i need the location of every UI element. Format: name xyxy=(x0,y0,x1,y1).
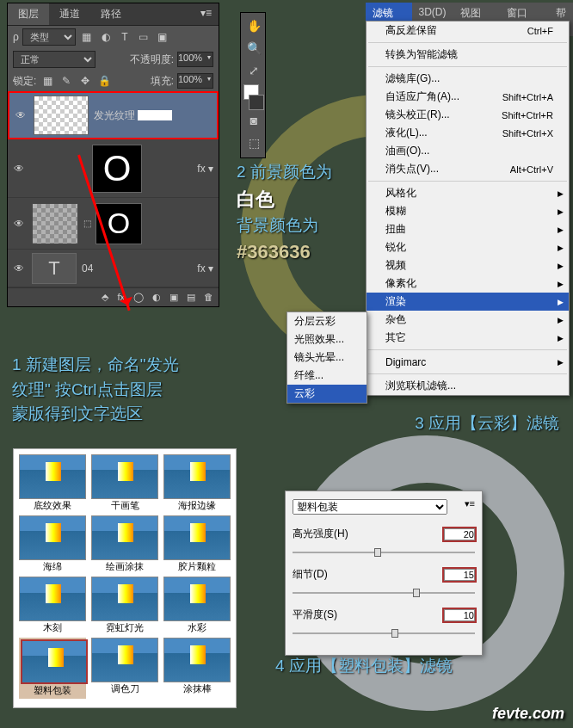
visibility-icon[interactable]: 👁 xyxy=(8,262,30,275)
menu-item[interactable]: 渲染▶ xyxy=(367,293,569,311)
menu-item[interactable]: 像素化▶ xyxy=(367,275,569,293)
gallery-item[interactable]: 胶片颗粒 xyxy=(163,515,231,573)
menu-item[interactable]: 滤镜库(G)... xyxy=(367,70,569,88)
lock-all-icon[interactable]: 🔒 xyxy=(96,73,112,89)
menu-item[interactable]: 油画(O)... xyxy=(367,142,569,160)
tab-layers[interactable]: 图层 xyxy=(8,3,49,25)
fill-label: 填充: xyxy=(151,74,174,89)
menu-item[interactable]: 转换为智能滤镜 xyxy=(367,46,569,64)
menu-item[interactable]: 视频▶ xyxy=(367,256,569,275)
menu-item[interactable]: 镜头校正(R)...Shift+Ctrl+R xyxy=(367,106,569,124)
param-slider[interactable] xyxy=(293,627,475,639)
background-swatch[interactable] xyxy=(249,95,264,110)
layer-thumb[interactable] xyxy=(34,96,89,135)
lock-paint-icon[interactable]: ✎ xyxy=(59,73,74,89)
visibility-icon[interactable]: 👁 xyxy=(9,109,32,121)
adjustment-icon[interactable]: ◐ xyxy=(152,292,161,303)
visibility-icon[interactable]: 👁 xyxy=(8,163,30,175)
submenu-item[interactable]: 光照效果... xyxy=(287,330,367,349)
menu-item[interactable]: 锐化▶ xyxy=(367,238,569,256)
plastic-wrap-dialog: 塑料包装 ▾≡ 高光强度(H)细节(D)平滑度(S) xyxy=(285,490,483,656)
filter-type-icon[interactable]: T xyxy=(117,29,132,45)
filter-smart-icon[interactable]: ▣ xyxy=(155,29,170,45)
layer-thumb[interactable]: T xyxy=(32,253,77,284)
visibility-icon[interactable]: 👁 xyxy=(8,218,30,230)
layer-row[interactable]: 👁 ⬚ O xyxy=(8,198,219,250)
layer-row[interactable]: 👁 O fx ▾ xyxy=(8,139,219,198)
menu-item[interactable]: 风格化▶ xyxy=(367,184,569,202)
menu-item[interactable]: 高反差保留Ctrl+F xyxy=(367,22,569,40)
layer-row[interactable]: 👁 T 04 fx ▾ xyxy=(8,250,219,287)
gallery-item[interactable]: 霓虹灯光 xyxy=(91,577,158,634)
gallery-item[interactable]: 干画笔 xyxy=(91,454,158,512)
param-input[interactable] xyxy=(444,609,475,621)
filter-kind-select[interactable]: 类型 xyxy=(22,28,76,46)
menu-item[interactable]: 杂色▶ xyxy=(367,311,569,329)
menu-item[interactable]: 液化(L)...Shift+Ctrl+X xyxy=(367,124,569,142)
layer-row[interactable]: 👁 发光纹理 xyxy=(8,91,219,139)
layer-fx[interactable]: fx ▾ xyxy=(197,262,219,275)
mask-icon[interactable]: ◯ xyxy=(133,292,144,303)
group-icon[interactable]: ▣ xyxy=(169,292,178,303)
gallery-item[interactable]: 水彩 xyxy=(163,577,231,634)
link-icon: ⬚ xyxy=(80,219,94,228)
gallery-item[interactable]: 海绵 xyxy=(19,515,86,573)
menu-item[interactable]: Digimarc▶ xyxy=(367,353,569,371)
menu-item[interactable]: 模糊▶ xyxy=(367,202,569,220)
gallery-item[interactable]: 调色刀 xyxy=(91,638,158,699)
layer-footer: ⬘ fx ◯ ◐ ▣ ▤ 🗑 xyxy=(8,287,219,306)
fill-input[interactable]: 100% xyxy=(177,73,213,89)
opacity-label: 不透明度: xyxy=(130,52,174,67)
layer-name[interactable]: 发光纹理 xyxy=(90,108,217,123)
opacity-input[interactable]: 100% xyxy=(177,52,213,67)
annotation-1: 1 新建图层，命名"发光 纹理" 按Ctrl点击图层 蒙版得到文字选区 xyxy=(12,353,179,427)
quickmask-icon[interactable]: ◙ xyxy=(243,110,264,131)
param-slider[interactable] xyxy=(293,587,475,599)
menu-item[interactable]: 扭曲▶ xyxy=(367,220,569,238)
submenu-item[interactable]: 纤维... xyxy=(287,367,367,385)
link-layers-icon[interactable]: ⬘ xyxy=(102,292,108,303)
submenu-item[interactable]: 镜头光晕... xyxy=(287,349,367,367)
zoom-tool-icon[interactable]: 🔍 xyxy=(243,38,264,59)
gallery-item[interactable]: 底纹效果 xyxy=(19,454,86,512)
submenu-item[interactable]: 分层云彩 xyxy=(287,312,367,330)
panel-tabs: 图层 通道 路径 ▾≡ xyxy=(8,3,219,26)
lock-trans-icon[interactable]: ▦ xyxy=(40,73,55,89)
filter-select[interactable]: 塑料包装 xyxy=(293,499,447,515)
layer-thumb[interactable] xyxy=(32,203,78,244)
menu-item[interactable]: 浏览联机滤镜... xyxy=(367,377,569,395)
layer-name[interactable]: 04 xyxy=(78,262,197,275)
render-submenu: 分层云彩光照效果...镜头光晕...纤维...云彩 xyxy=(286,312,367,404)
layer-fx[interactable]: fx ▾ xyxy=(144,163,219,175)
tab-paths[interactable]: 路径 xyxy=(90,3,132,25)
mask-thumb[interactable]: O xyxy=(92,145,142,193)
filter-shape-icon[interactable]: ▭ xyxy=(136,29,151,45)
dialog-menu-icon[interactable]: ▾≡ xyxy=(465,498,475,509)
lock-label: 锁定: xyxy=(13,74,36,89)
gallery-item[interactable]: 绘画涂抹 xyxy=(91,515,158,573)
param-slider[interactable] xyxy=(293,546,475,558)
gallery-item[interactable]: 塑料包装 xyxy=(19,638,86,699)
submenu-item[interactable]: 云彩 xyxy=(287,385,367,403)
trash-icon[interactable]: 🗑 xyxy=(204,292,213,303)
param-input[interactable] xyxy=(444,569,475,581)
lock-pos-icon[interactable]: ✥ xyxy=(77,73,93,89)
menu-item[interactable]: 自适应广角(A)...Shift+Ctrl+A xyxy=(367,88,569,106)
screenmode-icon[interactable]: ⬚ xyxy=(243,133,264,153)
gallery-item[interactable]: 木刻 xyxy=(19,577,86,634)
color-swatches[interactable] xyxy=(243,84,264,110)
new-layer-icon[interactable]: ▤ xyxy=(187,292,195,303)
filter-pixel-icon[interactable]: ▦ xyxy=(79,29,95,45)
tab-channels[interactable]: 通道 xyxy=(49,3,90,25)
filter-adjust-icon[interactable]: ◐ xyxy=(98,29,114,45)
panel-menu-icon[interactable]: ▾≡ xyxy=(194,3,219,25)
menu-item[interactable]: 消失点(V)...Alt+Ctrl+V xyxy=(367,160,569,178)
blend-mode-select[interactable]: 正常 xyxy=(13,51,96,68)
move-tool-icon[interactable]: ⤢ xyxy=(243,60,264,81)
param-label: 高光强度(H) xyxy=(293,527,444,541)
gallery-item[interactable]: 涂抹棒 xyxy=(163,638,231,699)
param-input[interactable] xyxy=(444,528,475,540)
menu-item[interactable]: 其它▶ xyxy=(367,329,569,347)
gallery-item[interactable]: 海报边缘 xyxy=(163,454,231,512)
hand-tool-icon[interactable]: ✋ xyxy=(243,15,264,36)
